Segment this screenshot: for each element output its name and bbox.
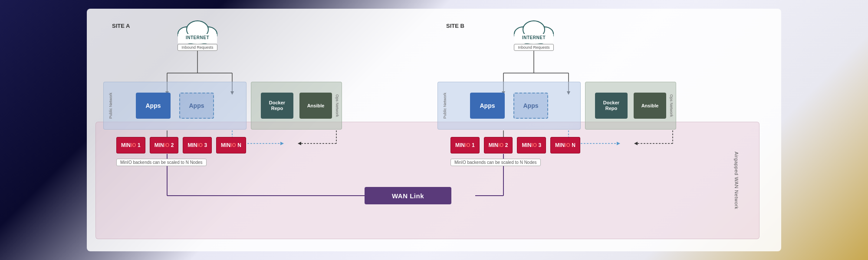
ops-network-b-label: Ops Network (669, 94, 674, 117)
ops-network-a: DockerRepo Ansible Ops Network (251, 82, 342, 130)
minio-row-a: MINIO 1 MINIO 2 MINIO 3 MINIO N (116, 137, 246, 153)
network-row-b: Public Network Apps Apps DockerRepo Ansi… (437, 82, 676, 130)
ops-network-a-label: Ops Network (335, 94, 339, 117)
minio-b-1: MINIO 1 (450, 137, 480, 153)
ansible-b: Ansible (634, 93, 666, 119)
inbound-label-a: Inbound Requests (178, 44, 217, 51)
public-network-a-label: Public Network (108, 93, 113, 119)
ops-network-b: DockerRepo Ansible Ops Network (585, 82, 676, 130)
public-network-b-label: Public Network (443, 93, 447, 119)
docker-b: DockerRepo (595, 93, 628, 119)
app-dashed-b: Apps (513, 93, 548, 119)
minio-b-2: MINIO 2 (484, 137, 513, 153)
cloud-svg-b: INTERNET (510, 17, 558, 46)
docker-label-a: DockerRepo (269, 100, 285, 111)
public-network-b: Public Network Apps Apps (437, 82, 581, 130)
svg-text:INTERNET: INTERNET (186, 35, 209, 40)
wan-network-label: Airgapped WAN Network (734, 152, 739, 209)
public-network-a: Public Network Apps Apps (103, 82, 247, 130)
internet-cloud-a: INTERNET Inbound Requests (174, 17, 221, 51)
minio-row-b: MINIO 1 MINIO 2 MINIO 3 MINIO N (450, 137, 580, 153)
minio-a-2: MINIO 2 (150, 137, 179, 153)
ansible-a: Ansible (299, 93, 332, 119)
minio-a-n: MINIO N (216, 137, 246, 153)
app-solid-a: Apps (136, 93, 171, 119)
svg-text:INTERNET: INTERNET (522, 35, 546, 40)
site-a-label: SITE A (112, 23, 130, 29)
minio-b-n: MINIO N (550, 137, 580, 153)
minio-a-3: MINIO 3 (183, 137, 212, 153)
site-b-label: SITE B (446, 23, 464, 29)
app-solid-b: Apps (470, 93, 505, 119)
docker-a: DockerRepo (261, 93, 293, 119)
internet-cloud-b: INTERNET Inbound Requests (510, 17, 558, 51)
minio-scale-note-b: MinIO backends can be scaled to N Nodes (450, 159, 541, 166)
minio-a-1: MINIO 1 (116, 137, 145, 153)
app-dashed-a: Apps (179, 93, 214, 119)
minio-b-3: MINIO 3 (517, 137, 546, 153)
inbound-label-b: Inbound Requests (514, 44, 553, 51)
cloud-svg-a: INTERNET (174, 17, 221, 46)
network-row-a: Public Network Apps Apps DockerRepo Ansi… (103, 82, 342, 130)
docker-label-b: DockerRepo (603, 100, 619, 111)
wan-link-box: WAN Link (365, 187, 451, 204)
minio-scale-note-a: MinIO backends can be scaled to N Nodes (116, 159, 207, 166)
main-diagram: Airgapped WAN Network (87, 9, 781, 251)
